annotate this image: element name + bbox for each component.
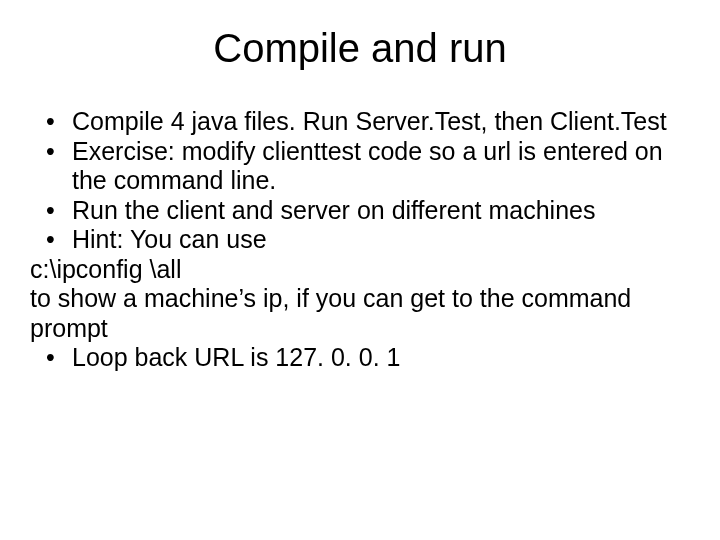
list-item: Loop back URL is 127. 0. 0. 1 <box>30 343 690 373</box>
list-item: Run the client and server on different m… <box>30 196 690 226</box>
list-item: Compile 4 java files. Run Server.Test, t… <box>30 107 690 137</box>
list-item-text: Loop back URL is 127. 0. 0. 1 <box>72 343 400 371</box>
list-item-text: Compile 4 java files. Run Server.Test, t… <box>72 107 667 135</box>
slide-title: Compile and run <box>30 26 690 71</box>
list-item-text: c:\ipconfig \all <box>30 255 181 283</box>
list-item-text: to show a machine’s ip, if you can get t… <box>30 284 631 342</box>
slide-body: Compile 4 java files. Run Server.Test, t… <box>30 107 690 373</box>
slide: Compile and run Compile 4 java files. Ru… <box>0 0 720 540</box>
list-item-text: Hint: You can use <box>72 225 267 253</box>
bullet-list: Compile 4 java files. Run Server.Test, t… <box>30 107 690 373</box>
list-item: Hint: You can use <box>30 225 690 255</box>
list-item: c:\ipconfig \all <box>30 255 690 285</box>
list-item: to show a machine’s ip, if you can get t… <box>30 284 690 343</box>
list-item-text: Run the client and server on different m… <box>72 196 595 224</box>
list-item-text: Exercise: modify clienttest code so a ur… <box>72 137 663 195</box>
list-item: Exercise: modify clienttest code so a ur… <box>30 137 690 196</box>
